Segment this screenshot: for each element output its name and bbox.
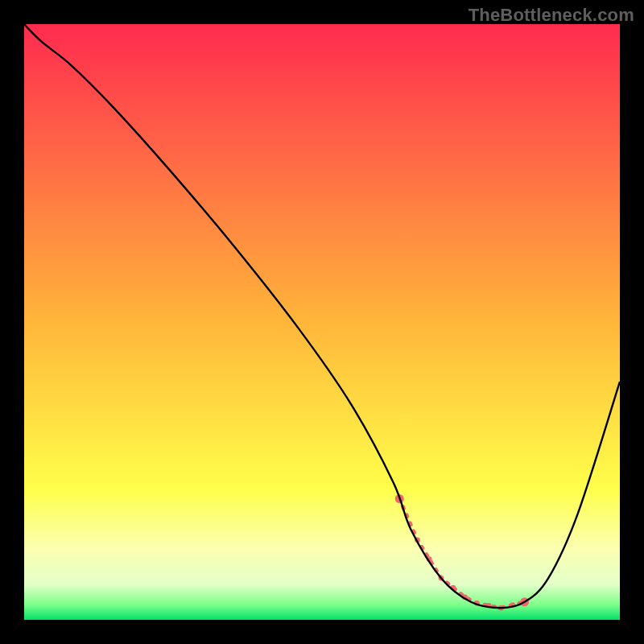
- chart-plot-area: [24, 24, 620, 620]
- gradient-background: [24, 24, 620, 620]
- chart-svg: [24, 24, 620, 620]
- chart-outer: TheBottleneck.com: [0, 0, 644, 644]
- watermark-label: TheBottleneck.com: [469, 5, 634, 26]
